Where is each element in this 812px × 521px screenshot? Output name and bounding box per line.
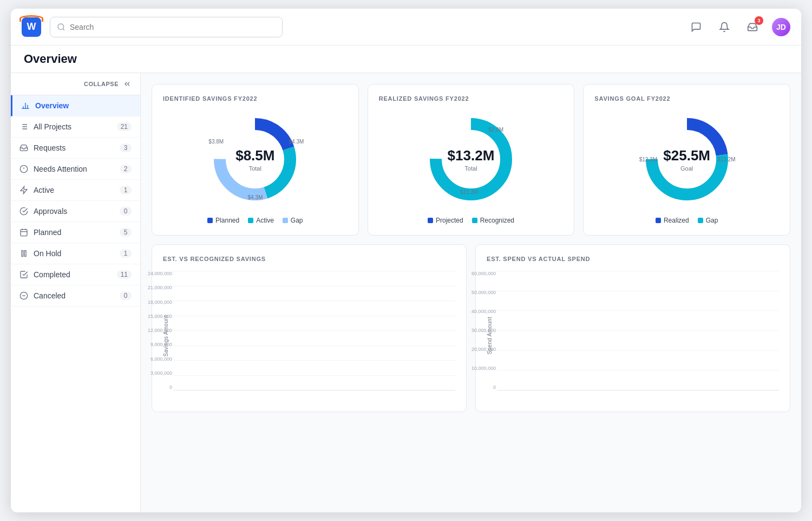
sidebar-collapse-button[interactable]: COLLAPSE [11, 73, 140, 95]
sidebar-count-planned: 5 [120, 228, 132, 237]
chart-bar-icon [21, 101, 30, 110]
body-area: COLLAPSE Overview All Projects 21 [11, 73, 801, 512]
identified-label-topright: $4.3M [289, 139, 304, 145]
inbox-button[interactable]: 3 [744, 18, 761, 36]
chat-button[interactable] [687, 18, 705, 36]
list-icon [19, 122, 28, 131]
legend-active: Active [248, 217, 274, 224]
savings-goal-value: $25.5M [663, 147, 710, 164]
x-labels-savings [184, 390, 444, 401]
sidebar-label-planned: Planned [34, 228, 114, 237]
y-labels-spend: 60,000,000 50,000,000 40,000,000 30,000,… [469, 271, 496, 390]
realized-savings-value: $13.2M [448, 147, 495, 164]
svg-point-0 [58, 24, 64, 30]
legend-realized: Realized [656, 217, 689, 224]
legend-dot-projected [428, 218, 433, 223]
sidebar-item-all-projects[interactable]: All Projects 21 [11, 116, 140, 138]
inbox-badge: 3 [755, 16, 763, 25]
sidebar-item-active[interactable]: Active 1 [11, 180, 140, 201]
est-vs-actual-inner: 60,000,000 50,000,000 40,000,000 30,000,… [497, 271, 779, 401]
sidebar-count-needs-attention: 2 [120, 165, 132, 173]
savings-goal-chart: $25.5M Goal $12.3M $13.2M Realized [594, 110, 779, 224]
sidebar-label-on-hold: On Hold [34, 249, 114, 258]
sidebar-label-overview: Overview [35, 101, 132, 110]
check-circle-icon [19, 207, 28, 216]
legend-dot-goal-gap [698, 218, 703, 223]
savings-goal-center: $25.5M Goal [663, 147, 710, 172]
page-title-bar: Overview [11, 45, 801, 73]
sidebar-item-planned[interactable]: Planned 5 [11, 222, 140, 243]
legend-gap: Gap [283, 217, 303, 224]
savings-goal-sub: Goal [663, 165, 710, 172]
alert-circle-icon [19, 165, 28, 173]
est-vs-actual-chart-area: Spend Amount 60,000,000 50,000,000 40,00… [487, 271, 779, 401]
avatar[interactable]: JD [772, 18, 790, 36]
logo: W [22, 17, 41, 37]
identified-savings-legend: Planned Active Gap [207, 217, 303, 224]
sidebar-label-canceled: Canceled [34, 291, 114, 300]
realized-savings-center: $13.2M Total [448, 147, 495, 172]
identified-savings-value: $8.5M [235, 147, 274, 164]
spend-bars [508, 271, 768, 390]
legend-planned: Planned [207, 217, 239, 224]
legend-recognized: Recognized [472, 217, 514, 224]
sidebar-label-active: Active [34, 186, 114, 194]
savings-goal-legend: Realized Gap [656, 217, 718, 224]
bar-charts-row: EST. VS RECOGNIZED SAVINGS Savings Amoun… [152, 244, 790, 412]
calendar-icon [19, 228, 28, 237]
identified-label-topleft: $3.8M [208, 139, 224, 145]
donut-charts-row: IDENTIFIED SAVINGS FY2022 [152, 84, 790, 236]
sidebar-count-active: 1 [120, 186, 132, 194]
est-vs-recognized-inner: 24,000,000 21,000,000 18,000,000 15,000,… [173, 271, 455, 401]
realized-savings-card: REALIZED SAVINGS FY2022 $13.2M [368, 84, 575, 236]
sidebar-item-canceled[interactable]: Canceled 0 [11, 285, 140, 307]
sidebar-item-needs-attention[interactable]: Needs Attention 2 [11, 159, 140, 180]
realized-label-top: $2.0M [488, 127, 503, 133]
identified-savings-chart: $8.5M Total $3.8M $4.3M $4.3M Planned [163, 110, 348, 224]
legend-dot-recognized [472, 218, 477, 223]
legend-dot-active [248, 218, 253, 223]
sidebar-count-on-hold: 1 [120, 249, 132, 258]
collapse-label: COLLAPSE [84, 81, 119, 87]
sidebar-item-overview[interactable]: Overview [11, 95, 140, 116]
sidebar-label-needs-attention: Needs Attention [34, 165, 114, 173]
collapse-icon [123, 80, 132, 88]
pause-icon [19, 249, 28, 258]
sidebar-item-approvals[interactable]: Approvals 0 [11, 201, 140, 222]
x-labels-spend [508, 390, 768, 401]
page-title: Overview [24, 52, 788, 66]
svg-rect-20 [24, 251, 26, 257]
check-square-icon [19, 270, 28, 279]
sidebar-count-all-projects: 21 [117, 122, 132, 131]
svg-rect-19 [22, 251, 23, 257]
identified-savings-title: IDENTIFIED SAVINGS FY2022 [163, 95, 348, 102]
sidebar-item-on-hold[interactable]: On Hold 1 [11, 243, 140, 264]
sidebar-count-requests: 3 [120, 144, 132, 152]
savings-goal-title: SAVINGS GOAL FY2022 [594, 95, 779, 102]
sidebar-item-completed[interactable]: Completed 11 [11, 264, 140, 285]
identified-savings-donut: $8.5M Total $3.8M $4.3M $4.3M [206, 110, 304, 208]
realized-label-bottom: $11.3M [460, 189, 478, 195]
sidebar-item-requests[interactable]: Requests 3 [11, 138, 140, 159]
sidebar: COLLAPSE Overview All Projects 21 [11, 73, 141, 512]
svg-marker-14 [21, 186, 27, 193]
main-content: IDENTIFIED SAVINGS FY2022 [141, 73, 801, 512]
search-input[interactable] [70, 23, 276, 31]
identified-savings-card: IDENTIFIED SAVINGS FY2022 [152, 84, 359, 236]
y-labels: 24,000,000 21,000,000 18,000,000 15,000,… [145, 271, 172, 390]
legend-goal-gap: Gap [698, 217, 718, 224]
realized-savings-chart: $13.2M Total $2.0M $11.3M Projected [379, 110, 564, 224]
inbox-icon [19, 144, 28, 152]
est-vs-recognized-card: EST. VS RECOGNIZED SAVINGS Savings Amoun… [152, 244, 467, 412]
zap-icon [19, 186, 28, 194]
svg-rect-15 [21, 230, 27, 236]
identified-label-bottom: $4.3M [247, 194, 263, 200]
search-icon [57, 23, 66, 31]
search-box[interactable] [50, 17, 283, 37]
nav-icons: 3 JD [687, 18, 790, 36]
minus-circle-icon [19, 291, 28, 300]
legend-projected: Projected [428, 217, 463, 224]
notifications-button[interactable] [716, 18, 733, 36]
est-vs-recognized-chart-area: Savings Amount 24,000,000 21,000,000 18,… [163, 271, 455, 401]
identified-savings-center: $8.5M Total [235, 147, 274, 172]
